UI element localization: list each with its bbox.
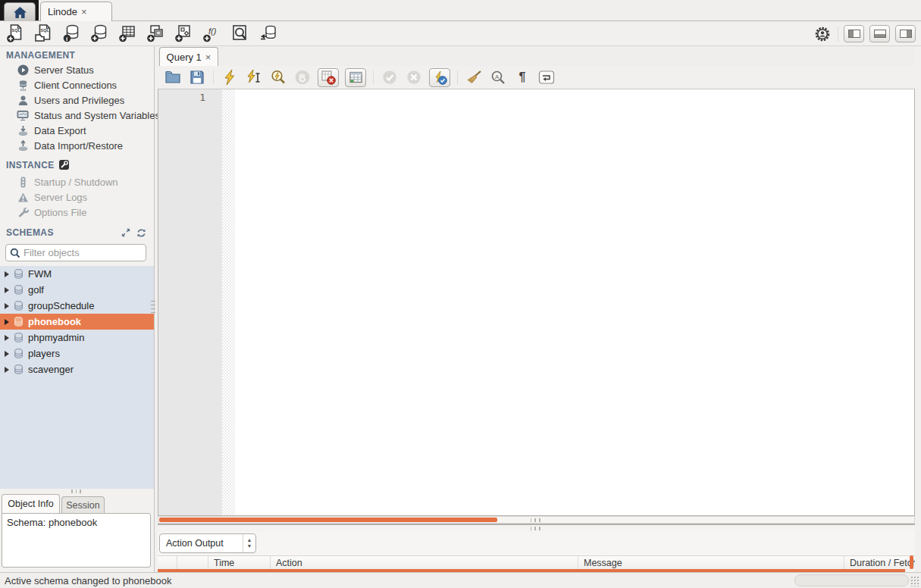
svg-text:f(): f() (208, 27, 217, 36)
query-tab-label: Query 1 (167, 52, 202, 63)
schema-row-players[interactable]: players (0, 346, 154, 361)
output-panel: Action Output ▲▼ Time Action Message Dur… (158, 532, 915, 572)
toggle-right-sidebar-icon[interactable] (895, 25, 916, 42)
create-procedure-icon[interactable] (174, 23, 194, 44)
sidebar-item-client-connections[interactable]: Client Connections (0, 77, 155, 92)
connection-tab[interactable]: Linode × (40, 2, 112, 21)
col-index[interactable] (177, 556, 208, 569)
stop-query-icon[interactable] (293, 68, 312, 86)
expand-schemas-icon[interactable] (121, 228, 130, 238)
tab-object-info[interactable]: Object Info (2, 494, 60, 513)
client-connections-icon (17, 80, 29, 91)
open-script-icon[interactable] (164, 68, 182, 86)
status-message: Active schema changed to phonebook (0, 575, 171, 586)
col-time[interactable]: Time (208, 556, 271, 569)
output-splitter[interactable] (158, 524, 915, 532)
create-function-icon[interactable]: f() (202, 23, 222, 44)
home-icon (13, 6, 27, 19)
info-panel-splitter[interactable] (0, 489, 154, 494)
explain-icon[interactable] (269, 68, 287, 86)
connection-tab-label: Linode (48, 6, 77, 17)
schema-row-groupschedule[interactable]: groupSchedule (0, 298, 154, 314)
expander-icon[interactable] (5, 303, 9, 309)
query-toolbar: A ¶ (158, 66, 915, 89)
execute-icon[interactable] (221, 68, 239, 86)
output-grid-header: Time Action Message Duration / Fetch (158, 555, 915, 569)
query-tab-close-icon[interactable]: × (205, 52, 211, 62)
sidebar-item-server-logs[interactable]: Server Logs (0, 189, 155, 205)
schema-row-scavenger[interactable]: scavenger (0, 361, 154, 377)
reconnect-dbms-icon[interactable] (258, 23, 278, 44)
sidebar-item-options-file[interactable]: Options File (0, 205, 155, 220)
commit-icon[interactable] (381, 68, 399, 86)
schema-row-phpmyadmin[interactable]: phpmyadmin (0, 330, 154, 346)
toggle-autocommit-icon[interactable] (429, 68, 450, 87)
sidebar-item-users-privileges[interactable]: Users and Privileges (0, 92, 155, 108)
show-invisibles-icon[interactable]: ¶ (513, 68, 531, 86)
query-tab[interactable]: Query 1 × (159, 47, 218, 66)
resize-grip[interactable] (910, 576, 919, 586)
sidebar-splitter-grip[interactable] (151, 301, 155, 313)
query-area: Query 1 × (158, 46, 915, 572)
open-sql-script-icon[interactable]: SQL (33, 23, 54, 44)
create-schema-icon[interactable] (89, 23, 110, 44)
schemas-section-title: SCHEMAS (6, 227, 54, 238)
col-duration[interactable]: Duration / Fetch (844, 556, 915, 569)
expander-icon[interactable] (5, 351, 9, 357)
expander-icon[interactable] (5, 367, 9, 373)
editor-splitter-grip[interactable] (531, 518, 543, 522)
save-script-icon[interactable] (188, 68, 206, 86)
schema-row-phonebook[interactable]: phonebook (0, 314, 154, 330)
line-number: 1 (199, 92, 205, 103)
data-import-icon (17, 140, 29, 152)
col-message[interactable]: Message (578, 556, 844, 569)
expander-icon[interactable] (5, 271, 9, 277)
refresh-schemas-icon[interactable] (136, 228, 146, 238)
col-action[interactable]: Action (271, 556, 578, 569)
wrap-text-icon[interactable] (537, 68, 556, 86)
toggle-bottom-panel-icon[interactable] (869, 25, 890, 42)
execute-current-statement-icon[interactable] (245, 68, 263, 86)
sidebar-item-data-export[interactable]: Data Export (0, 123, 155, 138)
schema-icon (14, 333, 23, 342)
svg-text:SQL: SQL (40, 28, 49, 33)
connection-tabstrip: Linode × (0, 0, 921, 21)
editor-hscrollbar[interactable] (158, 516, 915, 524)
sidebar-item-server-status[interactable]: Server Status (0, 62, 155, 77)
expander-icon[interactable] (5, 287, 9, 293)
spinner-arrows-icon[interactable]: ▲▼ (243, 534, 255, 552)
search-table-data-icon[interactable] (230, 23, 250, 44)
sidebar-item-startup-shutdown[interactable]: Startup / Shutdown (0, 174, 155, 189)
inspect-database-icon[interactable]: i (61, 23, 82, 44)
col-status[interactable] (158, 556, 177, 569)
expander-icon[interactable] (5, 335, 9, 341)
schema-filter[interactable] (5, 244, 146, 261)
server-logs-icon (17, 192, 29, 203)
editor-hscrollbar-thumb[interactable] (159, 518, 497, 522)
toggle-stop-on-error-icon[interactable] (318, 68, 339, 87)
sidebar-item-status-variables[interactable]: Status and System Variables (0, 108, 155, 123)
rollback-icon[interactable] (405, 68, 423, 86)
admin-gear-icon[interactable] (812, 23, 832, 44)
new-sql-tab-icon[interactable]: SQL (5, 23, 26, 44)
server-status-icon (17, 64, 29, 76)
output-view-selector[interactable]: Action Output ▲▼ (159, 533, 256, 553)
schema-row-fwm[interactable]: FWM (0, 266, 154, 282)
schema-row-golf[interactable]: golf (0, 282, 154, 298)
beautify-icon[interactable] (465, 68, 483, 86)
schema-filter-input[interactable] (23, 247, 137, 258)
limit-rows-icon[interactable] (345, 68, 366, 87)
find-icon[interactable]: A (489, 68, 507, 86)
create-view-icon[interactable] (146, 23, 166, 44)
options-file-icon (17, 207, 29, 218)
tab-session[interactable]: Session (61, 496, 105, 513)
connection-tab-close-icon[interactable]: × (81, 7, 87, 17)
sql-editor[interactable]: 1 (158, 89, 915, 516)
create-table-icon[interactable] (117, 23, 138, 44)
sidebar-item-data-import[interactable]: Data Import/Restore (0, 138, 155, 153)
expander-icon[interactable] (5, 319, 9, 325)
home-tab[interactable] (4, 2, 36, 21)
output-grid-vscrollbar[interactable] (910, 555, 913, 569)
progress-indicator (794, 574, 909, 586)
toggle-left-sidebar-icon[interactable] (844, 25, 864, 42)
